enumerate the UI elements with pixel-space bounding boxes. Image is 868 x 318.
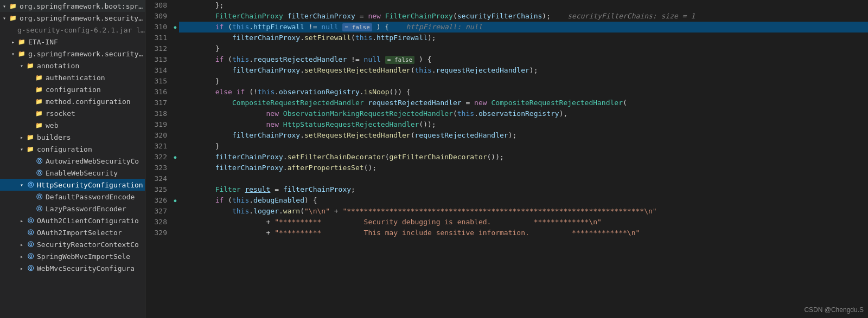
sidebar-item-annotation[interactable]: 📁 annotation xyxy=(0,60,145,72)
class-icon: ⓪ xyxy=(35,204,43,213)
code-line-327: this.logger.warn("\n\n" + "*************… xyxy=(179,206,868,217)
sidebar-item-security-config-jar[interactable]: g-security-config-6.2.1.jar library roo xyxy=(0,24,145,36)
sidebar-item-label: g.springframework.security.config xyxy=(28,50,145,58)
editor-gutter: ● ● ● xyxy=(171,0,179,318)
sidebar-item-label: builders xyxy=(37,133,71,141)
chevron-icon xyxy=(26,157,35,165)
sidebar-item-autowired-web-security[interactable]: ⓪ AutowiredWebSecurityCo xyxy=(0,155,145,167)
chevron-icon xyxy=(26,121,35,129)
code-line-321: } xyxy=(179,141,868,152)
chevron-icon xyxy=(17,216,26,225)
code-content[interactable]: }; FilterChainProxy filterChainProxy = n… xyxy=(179,0,868,318)
code-line-318: new ObservationMarkingRequestRejectedHan… xyxy=(179,108,868,119)
sidebar-item-label: g-security-config-6.2.1.jar library roo xyxy=(17,26,145,34)
class-icon: ⓪ xyxy=(26,216,35,225)
sidebar-item-oauth2-import-selector[interactable]: ⓪ OAuth2ImportSelector xyxy=(0,226,145,238)
sidebar-item-meta-inf[interactable]: 📁 ETA-INF xyxy=(0,36,145,48)
chevron-icon xyxy=(17,133,26,141)
sidebar-item-label: web xyxy=(46,121,58,129)
class-icon: ⓪ xyxy=(35,168,43,177)
folder-icon: 📁 xyxy=(26,145,35,153)
folder-icon: 📁 xyxy=(35,97,43,106)
sidebar-item-label: authentication xyxy=(46,74,105,82)
sidebar-item-webmvc-security-config[interactable]: ⓪ WebMvcSecurityConfigura xyxy=(0,262,145,274)
code-line-312: } xyxy=(179,43,868,54)
watermark: CSDN @Chengdu.S xyxy=(804,306,864,314)
code-line-317: CompositeRequestRejectedHandler requestR… xyxy=(179,98,868,108)
sidebar-item-lazy-password-encoder[interactable]: ⓪ LazyPasswordEncoder xyxy=(0,203,145,215)
sidebar-item-method-configuration[interactable]: 📁 method.configuration xyxy=(0,95,145,107)
sidebar-item-web[interactable]: 📁 web xyxy=(0,119,145,131)
chevron-icon xyxy=(26,168,35,177)
code-line-313: if (this.requestRejectedHandler != null … xyxy=(179,54,868,65)
chevron-icon xyxy=(26,73,35,82)
chevron-icon xyxy=(26,192,35,201)
file-tree[interactable]: 📁 org.springframework.boot:spring-bo 📁 o… xyxy=(0,0,145,318)
sidebar-item-label: configuration xyxy=(37,145,92,153)
chevron-icon xyxy=(17,264,26,272)
class-icon: ⓪ xyxy=(26,264,35,272)
chevron-icon xyxy=(0,14,9,22)
code-line-316: else if (!this.observationRegistry.isNoo… xyxy=(179,87,868,98)
folder-icon: 📁 xyxy=(17,49,26,58)
sidebar-item-spring-web-mvc-import[interactable]: ⓪ SpringWebMvcImportSele xyxy=(0,250,145,262)
sidebar-item-label: WebMvcSecurityConfigura xyxy=(37,264,135,272)
code-line-311: filterChainProxy.setFirewall(this.httpFi… xyxy=(179,33,868,43)
code-line-319: new HttpStatusRequestRejectedHandler()); xyxy=(179,119,868,130)
sidebar-item-label: OAuth2ImportSelector xyxy=(37,229,122,237)
sidebar-item-label: DefaultPasswordEncode xyxy=(46,193,135,201)
sidebar-item-authentication[interactable]: 📁 authentication xyxy=(0,72,145,83)
class-icon: ⓪ xyxy=(26,240,35,249)
sidebar-item-rsocket[interactable]: 📁 rsocket xyxy=(0,107,145,119)
sidebar-item-label: OAuth2ClientConfiguratio xyxy=(37,217,139,225)
sidebar-item-label: LazyPasswordEncoder xyxy=(46,205,126,213)
folder-icon: 📁 xyxy=(26,133,35,141)
sidebar-item-label: org.springframework.security:spring- xyxy=(20,14,145,22)
sidebar-item-oauth2-client-config[interactable]: ⓪ OAuth2ClientConfiguratio xyxy=(0,215,145,226)
folder-icon: 📁 xyxy=(35,121,43,129)
sidebar-item-builders[interactable]: 📁 builders xyxy=(0,131,145,143)
code-line-326: if (this.debugEnabled) { xyxy=(179,195,868,206)
chevron-icon xyxy=(26,97,35,106)
sidebar-item-configuration[interactable]: 📁 configuration xyxy=(0,83,145,95)
chevron-icon xyxy=(9,37,17,46)
code-line-322: filterChainProxy.setFilterChainDecorator… xyxy=(179,152,868,163)
code-line-328: + "********** Security debugging is enab… xyxy=(179,217,868,228)
code-line-329: + "********** This may include sensitive… xyxy=(179,228,868,238)
folder-icon: 📁 xyxy=(26,61,35,70)
chevron-icon xyxy=(17,145,26,153)
class-icon: ⓪ xyxy=(26,228,35,237)
chevron-icon xyxy=(17,252,26,261)
sidebar-item-label: AutowiredWebSecurityCo xyxy=(46,157,139,165)
code-line-325: Filter result = filterChainProxy; xyxy=(179,184,868,195)
class-icon: ⓪ xyxy=(35,192,43,201)
code-editor: 308 309 310 311 312 313 314 315 316 317 … xyxy=(145,0,868,318)
chevron-icon xyxy=(17,240,26,249)
line-numbers: 308 309 310 311 312 313 314 315 316 317 … xyxy=(145,0,171,318)
chevron-icon xyxy=(26,109,35,118)
code-line-315: } xyxy=(179,76,868,87)
sidebar-item-label: HttpSecurityConfiguration xyxy=(37,181,143,189)
sidebar-item-label: org.springframework.boot:spring-bo xyxy=(20,2,145,10)
sidebar-item-enable-web-security[interactable]: ⓪ EnableWebSecurity xyxy=(0,167,145,179)
sidebar-item-spring-security[interactable]: 📁 org.springframework.security:spring- xyxy=(0,12,145,24)
code-line-308: }; xyxy=(179,0,868,11)
chevron-icon xyxy=(9,49,17,58)
code-area[interactable]: 308 309 310 311 312 313 314 315 316 317 … xyxy=(145,0,868,318)
folder-icon: 📁 xyxy=(17,37,26,46)
sidebar-item-configuration2[interactable]: 📁 configuration xyxy=(0,143,145,155)
sidebar-item-label: annotation xyxy=(37,62,79,70)
sidebar-item-spring-boot[interactable]: 📁 org.springframework.boot:spring-bo xyxy=(0,0,145,12)
sidebar-item-label: rsocket xyxy=(46,109,75,118)
sidebar-item-security-config-pkg[interactable]: 📁 g.springframework.security.config xyxy=(0,48,145,60)
folder-icon: 📁 xyxy=(9,14,17,22)
chevron-icon xyxy=(17,228,26,237)
sidebar-item-security-reactor-context[interactable]: ⓪ SecurityReactorContextCo xyxy=(0,238,145,250)
folder-icon: 📁 xyxy=(9,2,17,10)
sidebar-item-http-security-config[interactable]: ⓪ HttpSecurityConfiguration xyxy=(0,179,145,191)
folder-icon: 📁 xyxy=(35,85,43,94)
class-icon: ⓪ xyxy=(26,180,35,189)
code-line-310: if (this.httpFirewall != null = false ) … xyxy=(179,22,868,33)
chevron-icon xyxy=(0,2,9,10)
sidebar-item-default-password-encoder[interactable]: ⓪ DefaultPasswordEncode xyxy=(0,191,145,203)
